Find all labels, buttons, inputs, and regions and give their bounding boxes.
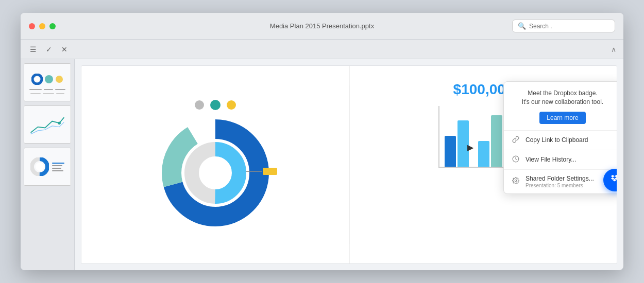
- folder-settings-label: Shared Folder Settings...: [526, 175, 594, 182]
- dropbox-popup: Meet the Dropbox badge. It's our new col…: [503, 81, 617, 194]
- svg-point-7: [36, 163, 44, 171]
- file-history-text: View File History...: [526, 156, 576, 163]
- legend-dot-yellow: [227, 100, 236, 110]
- menu-item-copy-link[interactable]: Copy Link to Clipboard: [504, 131, 617, 150]
- promo-text: Meet the Dropbox badge. It's our new col…: [512, 89, 613, 107]
- bar-group-2: [478, 115, 502, 167]
- slide-main-area: $100,000 ▶: [81, 65, 617, 264]
- bar-1a: [445, 136, 456, 167]
- copy-link-label: Copy Link to Clipboard: [526, 136, 588, 144]
- chart-label: [246, 168, 277, 175]
- window-controls: [29, 23, 56, 29]
- minimize-button[interactable]: [39, 23, 45, 29]
- slide-preview-4: [24, 148, 71, 185]
- folder-settings-sublabel: Presentation: 5 members: [526, 183, 594, 188]
- svg-point-2: [45, 75, 53, 83]
- slide-thumbnail-2[interactable]: 02: [24, 63, 71, 101]
- donut-chart: [159, 116, 272, 229]
- menu-button[interactable]: ☰: [28, 44, 39, 55]
- close-button[interactable]: [29, 23, 35, 29]
- check-button[interactable]: ✓: [44, 44, 54, 55]
- search-bar[interactable]: 🔍: [512, 20, 615, 32]
- slide-content: $100,000 ▶: [81, 66, 617, 263]
- slide-panel: 02: [21, 59, 75, 270]
- slide-thumbnail-3[interactable]: 03: [24, 105, 71, 144]
- search-icon: 🔍: [518, 22, 526, 30]
- svg-point-4: [58, 121, 61, 125]
- clock-icon: [511, 155, 520, 164]
- link-icon: [511, 136, 520, 145]
- bar-group-1: [445, 120, 469, 167]
- slide-preview-2: [24, 64, 71, 101]
- legend-dot-teal: [210, 100, 221, 110]
- file-history-label: View File History...: [526, 156, 576, 163]
- learn-more-button[interactable]: Learn more: [539, 112, 585, 124]
- svg-point-3: [56, 76, 63, 83]
- dropbox-promo: Meet the Dropbox badge. It's our new col…: [504, 82, 617, 131]
- app-window: Media Plan 2015 Presentation.pptx 🔍 ☰ ✓ …: [21, 13, 623, 270]
- slide-left-panel: [81, 66, 349, 263]
- legend: [195, 100, 236, 110]
- chevron-up-icon: ∧: [611, 45, 616, 54]
- svg-point-1: [35, 77, 39, 81]
- cursor-icon: ▶: [467, 143, 473, 152]
- slide-right-panel: $100,000 ▶: [349, 66, 617, 263]
- titlebar: Media Plan 2015 Presentation.pptx 🔍: [21, 13, 623, 40]
- close-toolbar-button[interactable]: ✕: [59, 44, 70, 55]
- main-body: 02: [21, 59, 623, 270]
- menu-item-file-history[interactable]: View File History...: [504, 150, 617, 170]
- bar-2a: [478, 141, 489, 167]
- slide-thumbnail-4[interactable]: 04: [24, 148, 71, 186]
- gear-icon: [511, 177, 520, 186]
- bar-2b: [491, 115, 502, 167]
- svg-point-14: [515, 180, 517, 182]
- toolbar: ☰ ✓ ✕ ∧: [21, 40, 623, 59]
- maximize-button[interactable]: [49, 23, 56, 29]
- svg-point-12: [201, 158, 230, 187]
- slide-preview-3: [24, 106, 71, 143]
- folder-settings-text: Shared Folder Settings... Presentation: …: [526, 175, 594, 188]
- search-input[interactable]: [529, 23, 609, 30]
- window-title: Media Plan 2015 Presentation.pptx: [270, 22, 374, 30]
- legend-dot-gray: [195, 100, 204, 110]
- menu-item-folder-settings[interactable]: Shared Folder Settings... Presentation: …: [504, 170, 617, 193]
- copy-link-text: Copy Link to Clipboard: [526, 136, 588, 144]
